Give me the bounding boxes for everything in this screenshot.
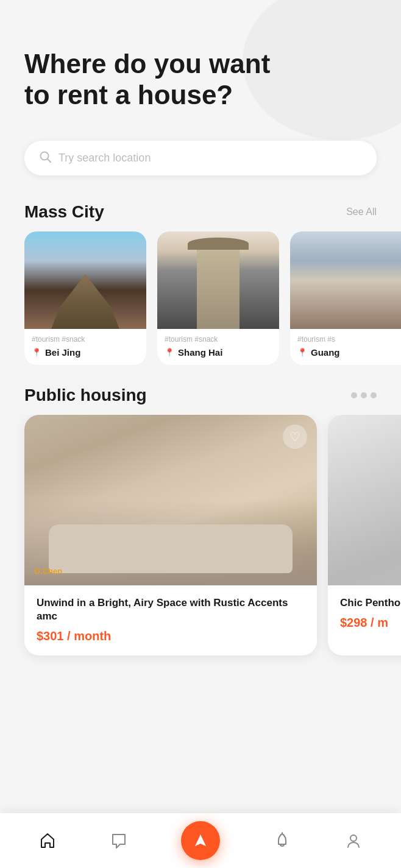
pin-icon-guangzhou: 📍	[297, 348, 307, 357]
pin-icon-beijing: 📍	[32, 348, 41, 357]
city-card-beijing[interactable]: #tourism #snack 📍 Bei Jing	[24, 231, 146, 365]
city-image-shanghai	[157, 231, 279, 329]
mass-city-header: Mass City See All	[0, 188, 401, 231]
housing-card-1[interactable]: G.Chen ♡ Unwind in a Bright, Airy Space …	[24, 415, 317, 655]
housing-card-price-2: $298 / m	[340, 616, 401, 630]
city-card-info-beijing: #tourism #snack 📍 Bei Jing	[24, 329, 146, 365]
city-card-info-shanghai: #tourism #snack 📍 Shang Hai	[157, 329, 279, 365]
housing-card-2[interactable]: ♡ Chic Penthouse with Mountains $298 / m	[328, 415, 401, 655]
search-input[interactable]: Try search location	[59, 152, 362, 164]
housing-card-name-1: Unwind in a Bright, Airy Space with Rust…	[37, 596, 305, 623]
nav-navigate-button[interactable]	[181, 821, 220, 860]
search-bar[interactable]: Try search location	[24, 141, 377, 175]
nav-profile[interactable]	[345, 832, 362, 849]
housing-card-info-1: Unwind in a Bright, Airy Space with Rust…	[24, 585, 317, 655]
dot-1	[351, 392, 357, 398]
nav-notifications[interactable]	[274, 832, 291, 849]
header: Where do you want to rent a house?	[0, 0, 401, 122]
bottom-nav	[0, 813, 401, 868]
housing-header: Public housing	[0, 379, 401, 415]
pin-icon-shanghai: 📍	[165, 348, 174, 357]
dot-2	[361, 392, 367, 398]
city-location-beijing: 📍 Bei Jing	[32, 347, 139, 358]
city-image-guangzhou	[290, 231, 401, 329]
housing-scroll[interactable]: G.Chen ♡ Unwind in a Bright, Airy Space …	[0, 415, 401, 674]
city-image-beijing	[24, 231, 146, 329]
city-tags-beijing: #tourism #snack	[32, 335, 139, 344]
city-tags-shanghai: #tourism #snack	[165, 335, 272, 344]
housing-image-1: G.Chen ♡	[24, 415, 317, 585]
main-content: Where do you want to rent a house? Try s…	[0, 0, 401, 735]
mass-city-title: Mass City	[24, 202, 104, 222]
city-scroll[interactable]: #tourism #snack 📍 Bei Jing #tourism #sna…	[0, 231, 401, 379]
city-location-guangzhou: 📍 Guang	[297, 347, 401, 358]
svg-line-1	[48, 159, 51, 162]
search-icon	[39, 150, 51, 166]
housing-card-info-2: Chic Penthouse with Mountains $298 / m	[328, 585, 401, 642]
city-location-shanghai: 📍 Shang Hai	[165, 347, 272, 358]
watermark-1: G.Chen	[34, 566, 62, 576]
favorite-button-1[interactable]: ♡	[283, 425, 307, 449]
city-card-guangzhou[interactable]: #tourism #s 📍 Guang	[290, 231, 401, 365]
svg-point-3	[350, 835, 357, 841]
see-all-button[interactable]: See All	[346, 206, 377, 217]
page-title: Where do you want to rent a house?	[24, 49, 280, 110]
city-card-shanghai[interactable]: #tourism #snack 📍 Shang Hai	[157, 231, 279, 365]
city-name-beijing: Bei Jing	[45, 347, 80, 358]
dot-3	[371, 392, 377, 398]
dots-indicator	[351, 392, 377, 398]
nav-home[interactable]	[39, 832, 56, 849]
housing-title: Public housing	[24, 386, 147, 405]
housing-image-2: ♡	[328, 415, 401, 585]
housing-card-name-2: Chic Penthouse with Mountains	[340, 596, 401, 610]
nav-chat[interactable]	[110, 832, 127, 849]
housing-card-price-1: $301 / month	[37, 629, 305, 643]
city-name-guangzhou: Guang	[311, 347, 340, 358]
city-name-shanghai: Shang Hai	[178, 347, 222, 358]
city-card-info-guangzhou: #tourism #s 📍 Guang	[290, 329, 401, 365]
city-tags-guangzhou: #tourism #s	[297, 335, 401, 344]
